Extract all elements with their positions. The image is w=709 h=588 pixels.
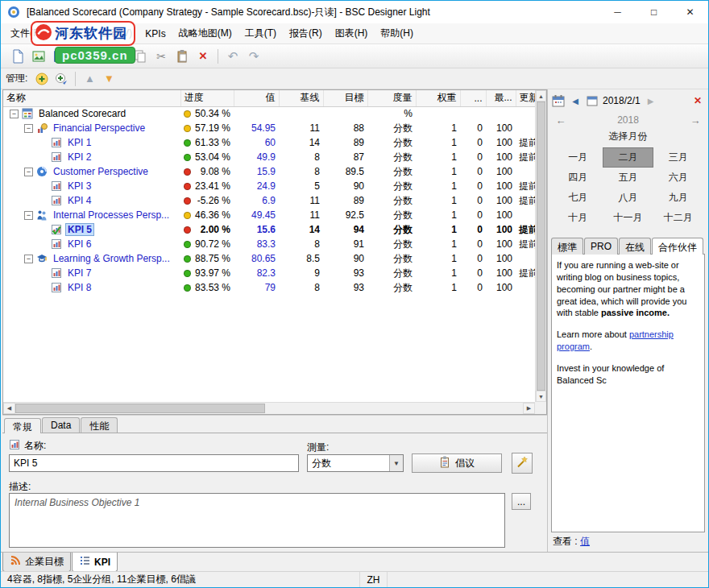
column-header-4[interactable]: 目標 [323, 90, 367, 106]
column-header-8[interactable]: 最... [486, 90, 516, 106]
clear-date-icon[interactable]: ✕ [690, 93, 705, 108]
next-year-arrow[interactable]: → [689, 114, 702, 126]
tree-item[interactable]: KPI 1 [6, 137, 177, 148]
tree-hscrollbar[interactable]: ◀ ▶ [3, 402, 546, 414]
tree-item[interactable]: KPI 7 [6, 267, 177, 279]
doc-tab-0[interactable]: 企業目標 [2, 553, 71, 572]
table-row[interactable]: −Learning & Growth Persp...88.75 %80.658… [3, 251, 547, 266]
collapse-icon[interactable]: − [24, 168, 33, 176]
table-row[interactable]: KPI 690.72 %83.3891分数10100提前 [3, 237, 547, 251]
chart-icon[interactable] [101, 47, 120, 66]
column-header-6[interactable]: 权重 [416, 90, 460, 106]
next-date-icon[interactable]: ▶ [644, 93, 658, 108]
table-row[interactable]: KPI 793.97 %82.3993分数10100提前 [3, 266, 547, 280]
tree-vscrollbar[interactable]: ▲ ▼ [535, 90, 546, 402]
tree-item[interactable]: KPI 2 [6, 151, 177, 163]
tree-item[interactable]: KPI 3 [6, 180, 177, 192]
table-row[interactable]: −Balanced Scorecard50.34 %% [3, 106, 547, 121]
collapse-icon[interactable]: − [24, 124, 33, 133]
delete-icon[interactable]: ✕ [193, 47, 213, 66]
table-row[interactable]: KPI 4-5.26 %6.91189分数10100提前 [3, 193, 547, 208]
side-tab-2[interactable]: 在线 [619, 238, 651, 255]
menu-item-8[interactable]: 帮助(H) [374, 23, 420, 43]
menu-item-4[interactable]: 战略地图(M) [172, 23, 238, 43]
menu-item-5[interactable]: 工具(T) [238, 23, 283, 43]
detail-tab-2[interactable]: 性能 [81, 417, 118, 433]
column-header-5[interactable]: 度量 [367, 90, 416, 106]
table-row[interactable]: −Customer Perspective9.08 %15.9889.5分数10… [3, 164, 547, 179]
save-icon[interactable] [50, 47, 69, 66]
month-cell-5[interactable]: 六月 [653, 168, 703, 188]
column-header-0[interactable]: 名称 [3, 90, 180, 106]
up-icon[interactable]: ▲ [81, 70, 98, 88]
tree-item[interactable]: KPI 8 [6, 282, 177, 293]
calendar-icon[interactable] [551, 93, 566, 108]
month-cell-0[interactable]: 一月 [553, 147, 603, 168]
month-cell-11[interactable]: 十二月 [653, 208, 703, 228]
image-icon[interactable] [29, 47, 48, 66]
tree-item[interactable]: KPI 6 [6, 238, 177, 250]
month-cell-10[interactable]: 十一月 [603, 208, 653, 228]
month-cell-4[interactable]: 五月 [603, 168, 653, 188]
side-tab-3[interactable]: 合作伙伴 [652, 238, 703, 255]
add-child-icon[interactable] [52, 70, 70, 88]
paste-icon[interactable] [172, 47, 192, 66]
side-tab-1[interactable]: PRO [584, 238, 618, 255]
month-cell-6[interactable]: 七月 [553, 188, 603, 208]
tree-item[interactable]: −Customer Perspective [6, 166, 177, 177]
column-header-2[interactable]: 值 [234, 90, 279, 106]
title-bar[interactable]: [Balanced Scorecard (Company Strategy - … [1, 1, 708, 23]
table-row[interactable]: KPI 323.41 %24.9590分数10100提前 [3, 179, 547, 193]
hscroll-thumb[interactable] [15, 404, 265, 413]
month-cell-3[interactable]: 四月 [553, 168, 603, 188]
tree-item[interactable]: −Internal Processes Persp... [6, 209, 177, 221]
table-row[interactable]: −Financial Perspective57.19 %54.951188分数… [3, 121, 547, 135]
initiatives-button[interactable]: 倡议 [412, 453, 502, 473]
description-textarea[interactable]: Internal Business Objective 1 [9, 493, 505, 548]
menu-item-6[interactable]: 报告(R) [283, 23, 329, 43]
prev-year-arrow[interactable]: ← [554, 114, 567, 126]
measure-select[interactable]: 分数 ▼ [307, 454, 404, 472]
maximize-button[interactable]: □ [636, 1, 672, 23]
collapse-icon[interactable]: − [24, 255, 33, 263]
tree-item[interactable]: −Learning & Growth Persp... [6, 253, 177, 264]
month-cell-9[interactable]: 十月 [553, 208, 603, 228]
tree-item[interactable]: KPI 5 [6, 224, 177, 235]
cut-icon[interactable]: ✂ [151, 47, 171, 66]
down-icon[interactable]: ▼ [100, 70, 118, 88]
menu-item-3[interactable]: KPIs [139, 25, 172, 43]
undo-icon[interactable]: ↶ [223, 47, 243, 66]
column-header-3[interactable]: 基线 [279, 90, 323, 106]
copy-icon[interactable] [131, 47, 150, 66]
add-icon[interactable] [33, 70, 51, 88]
column-header-7[interactable]: ... [460, 90, 486, 106]
table-row[interactable]: KPI 161.33 %601489分数10100提前 [3, 135, 547, 150]
view-value-link[interactable]: 值 [580, 535, 590, 549]
scroll-left-icon[interactable]: ◀ [3, 403, 15, 414]
month-cell-1[interactable]: 二月 [603, 147, 653, 168]
tree-item[interactable]: −Balanced Scorecard [6, 108, 177, 119]
month-cell-2[interactable]: 三月 [653, 147, 703, 168]
menu-item-7[interactable]: 图表(H) [329, 23, 375, 43]
table-row[interactable]: −Internal Processes Persp...46.36 %49.45… [3, 208, 547, 222]
scroll-down-icon[interactable]: ▼ [536, 391, 546, 402]
new-icon[interactable] [8, 47, 27, 66]
name-input[interactable] [9, 454, 299, 472]
menu-item-0[interactable]: 文件(F) [4, 23, 48, 43]
doc-tab-1[interactable]: KPI [72, 553, 118, 572]
scroll-up-icon[interactable]: ▲ [536, 90, 546, 101]
close-button[interactable]: ✕ [672, 1, 708, 23]
column-header-1[interactable]: 进度 [180, 90, 234, 106]
detail-tab-0[interactable]: 常規 [4, 418, 41, 433]
menu-item-1[interactable]: 编辑(E) [48, 23, 93, 43]
redo-icon[interactable]: ↷ [244, 47, 263, 66]
collapse-icon[interactable]: − [10, 110, 19, 118]
wizard-button[interactable] [512, 453, 533, 474]
month-cell-8[interactable]: 九月 [653, 188, 703, 208]
collapse-icon[interactable]: − [24, 211, 33, 220]
grid-icon[interactable] [71, 47, 90, 66]
table-row[interactable]: KPI 253.04 %49.9887分数10100提前 [3, 150, 547, 164]
minimize-button[interactable]: ─ [599, 1, 636, 23]
tree-item[interactable]: −Financial Perspective [6, 122, 177, 134]
tree-item[interactable]: KPI 4 [6, 195, 177, 206]
